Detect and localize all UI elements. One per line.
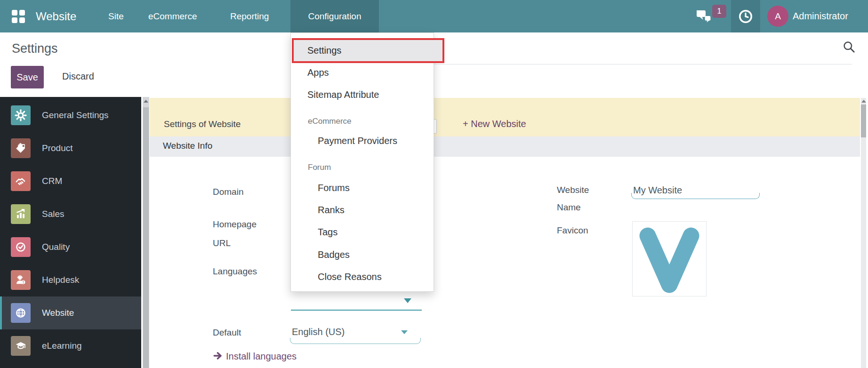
- handshake-icon: [11, 171, 31, 191]
- apps-grid-icon[interactable]: [11, 9, 25, 25]
- nav-menu-site[interactable]: Site: [108, 0, 124, 32]
- menu-item-forums[interactable]: Forums: [318, 182, 350, 194]
- content-scrollbar[interactable]: [861, 98, 866, 368]
- scroll-up-arrow-icon[interactable]: [861, 100, 866, 103]
- app-window: Website Site eCommerce Reporting Configu…: [0, 0, 868, 368]
- languages-input[interactable]: [291, 296, 422, 311]
- nav-menu-configuration[interactable]: Configuration: [290, 0, 379, 32]
- menu-item-badges[interactable]: Badges: [318, 248, 350, 261]
- sidebar-item-sales[interactable]: Sales: [0, 198, 141, 231]
- default-language-caret-icon[interactable]: [401, 330, 408, 334]
- activities-clock-icon[interactable]: [731, 0, 760, 32]
- website-name-label: Website Name: [557, 181, 609, 216]
- banner-title: Settings of Website: [164, 119, 241, 129]
- domain-label: Domain: [213, 183, 243, 201]
- menu-item-close-reasons[interactable]: Close Reasons: [318, 271, 382, 283]
- search-input-underline: [433, 64, 852, 64]
- globe-icon: [11, 303, 31, 323]
- configuration-dropdown-menu: Settings Apps Sitemap Attribute eCommerc…: [290, 32, 434, 292]
- default-language-underline: [290, 338, 421, 344]
- menu-item-payment-providers[interactable]: Payment Providers: [318, 135, 397, 147]
- sidebar-item-crm[interactable]: CRM: [0, 165, 141, 198]
- languages-label: Languages: [213, 262, 257, 281]
- sidebar-item-label: Product: [42, 143, 72, 153]
- message-count-badge: 1: [712, 5, 726, 18]
- nav-menu-reporting[interactable]: Reporting: [230, 0, 269, 32]
- sidebar-item-general-settings[interactable]: General Settings: [0, 99, 141, 132]
- menu-section-ecommerce: eCommerce: [308, 116, 352, 127]
- menu-item-tags[interactable]: Tags: [318, 226, 338, 238]
- menu-item-apps[interactable]: Apps: [307, 66, 329, 79]
- languages-dropdown-caret-icon[interactable]: [404, 298, 411, 303]
- website-name-underline: [631, 193, 760, 199]
- nav-menu-ecommerce[interactable]: eCommerce: [148, 0, 197, 32]
- website-info-section-band: [150, 136, 860, 157]
- sidebar-item-label: Helpdesk: [42, 275, 79, 285]
- sidebar-item-website[interactable]: Website: [0, 296, 141, 329]
- save-button[interactable]: Save: [11, 66, 44, 88]
- menu-item-sitemap-attribute[interactable]: Sitemap Attribute: [307, 88, 379, 101]
- favicon-image[interactable]: [632, 221, 707, 296]
- favicon-label: Favicon: [557, 221, 588, 240]
- app-name[interactable]: Website: [36, 0, 76, 32]
- settings-sidebar: General Settings Product CRM Sales Quali…: [0, 97, 141, 368]
- menu-item-settings-highlighted[interactable]: Settings: [292, 38, 444, 63]
- sidebar-item-label: General Settings: [42, 110, 109, 120]
- support-agent-icon: [11, 270, 31, 290]
- menu-item-ranks[interactable]: Ranks: [318, 204, 345, 216]
- user-menu[interactable]: Administrator: [793, 0, 848, 32]
- section-title: Website Info: [163, 141, 212, 151]
- new-website-link[interactable]: + New Website: [463, 119, 526, 129]
- sidebar-item-helpdesk[interactable]: Helpdesk: [0, 264, 141, 296]
- sidebar-item-label: CRM: [42, 176, 62, 186]
- default-language-select[interactable]: English (US): [292, 327, 345, 337]
- menu-section-forum: Forum: [308, 162, 331, 173]
- top-navbar: Website Site eCommerce Reporting Configu…: [0, 0, 868, 32]
- homepage-url-label: Homepage URL: [213, 215, 276, 253]
- sidebar-scrollbar[interactable]: [143, 97, 149, 368]
- install-languages-link[interactable]: Install languages: [226, 351, 297, 362]
- sidebar-scrollbar-thumb[interactable]: [143, 107, 149, 368]
- search-icon[interactable]: [843, 40, 856, 56]
- sidebar-item-label: Sales: [42, 209, 64, 219]
- sidebar-item-label: eLearning: [42, 341, 82, 351]
- sidebar-item-label: Quality: [42, 242, 70, 252]
- gear-icon: [11, 105, 31, 125]
- tag-icon: [11, 138, 31, 158]
- discard-button[interactable]: Discard: [62, 71, 94, 82]
- sidebar-item-elearning[interactable]: eLearning: [0, 329, 141, 362]
- bar-chart-icon: [11, 204, 31, 224]
- website-settings-banner: [150, 98, 860, 136]
- sidebar-item-quality[interactable]: Quality: [0, 231, 141, 264]
- quality-badge-icon: [11, 237, 31, 257]
- graduation-cap-icon: [11, 336, 31, 356]
- user-avatar[interactable]: A: [767, 6, 788, 27]
- arrow-right-icon: [213, 351, 223, 363]
- content-scrollbar-thumb[interactable]: [861, 104, 866, 137]
- messages-icon[interactable]: [696, 8, 712, 25]
- sidebar-item-label: Website: [42, 308, 74, 318]
- default-label: Default: [213, 323, 241, 342]
- scroll-up-arrow-icon[interactable]: [144, 100, 148, 103]
- sidebar-item-product[interactable]: Product: [0, 132, 141, 165]
- breadcrumb-page-title: Settings: [12, 41, 58, 56]
